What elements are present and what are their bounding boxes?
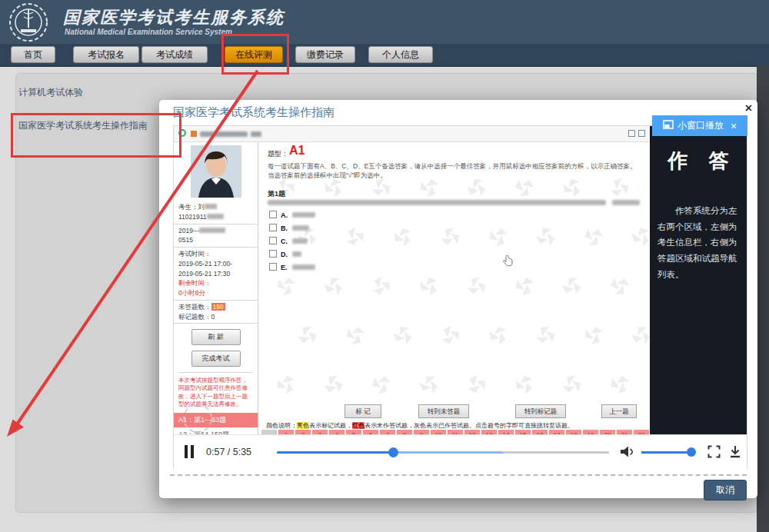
legend-part: 表示未作答试题，灰色表示已作答试题。点击题号的字即可直接跳转至该题。 — [365, 422, 574, 429]
app-subtitle: National Medical Examination Service Sys… — [65, 28, 232, 36]
fullscreen-icon[interactable] — [707, 445, 721, 461]
app-header: 国家医学考试考生服务系统 National Medical Examinatio… — [0, 0, 769, 44]
candidate-photo — [191, 145, 241, 198]
option-checkbox[interactable] — [269, 263, 277, 271]
volume-icon[interactable] — [620, 445, 634, 461]
session-block: 2019— 0515 — [174, 224, 258, 248]
progress-knob[interactable] — [388, 447, 398, 457]
option-letter: E. — [281, 264, 288, 271]
browser-bar-icons — [628, 130, 645, 137]
option-checkbox[interactable] — [269, 250, 277, 258]
option-letter: A. — [281, 211, 288, 219]
answer-option-C[interactable]: C. — [269, 237, 308, 245]
exam-warning-text: 本次考试按题型顺序作答，同题型内试题可任意作答修改，进入下一题型后上一题型的试题… — [178, 372, 253, 408]
option-text-blurred — [292, 225, 309, 231]
pip-close-icon[interactable]: × — [731, 120, 737, 132]
option-checkbox[interactable] — [269, 211, 277, 218]
modal-close-icon[interactable]: × — [745, 101, 752, 115]
volume-knob[interactable] — [687, 447, 696, 457]
question-nav-button[interactable]: 上一题 — [601, 404, 637, 418]
volume-slider[interactable] — [641, 451, 695, 454]
candidate-name-block: 考生：刘 11021911 — [174, 201, 258, 224]
question-type-value: A1 — [289, 144, 305, 158]
question-instruction: 每一道试题下面有A、B、C、D、E五个备选答案，请从中选择一个最佳答案，并用鼠标… — [268, 161, 641, 181]
sidebar-item-computer-exam-experience[interactable]: 计算机考试体验 — [18, 86, 83, 99]
app-title: 国家医学考试考生服务系统 — [63, 6, 285, 29]
unanswered-count: 150 — [211, 303, 225, 311]
option-checkbox[interactable] — [269, 237, 277, 244]
page: 国家医学考试考生服务系统 National Medical Examinatio… — [0, 0, 769, 532]
panel-title: 作 答 — [650, 148, 747, 175]
nav-tab-item[interactable]: 缴费记录 — [295, 46, 355, 63]
pip-window-icon — [663, 120, 674, 131]
download-icon[interactable] — [729, 445, 741, 461]
question-nav-button[interactable]: 标 记 — [345, 404, 381, 418]
marked-count: 0 — [211, 313, 215, 321]
option-letter: D. — [281, 251, 288, 258]
finish-exam-button[interactable]: 完成考试 — [191, 351, 241, 367]
tab-title-blurred — [200, 131, 248, 137]
question-area: 题型： A1 每一道试题下面有A、B、C、D、E五个备选答案，请从中选择一个最佳… — [258, 141, 650, 434]
option-letter: B. — [281, 224, 288, 232]
right-dark-strip — [757, 65, 769, 532]
volume-fill — [641, 451, 691, 454]
progress-bar[interactable] — [277, 451, 609, 454]
legend-part: 黄色 — [297, 422, 309, 429]
nav-tab-item[interactable]: 首页 — [11, 46, 55, 63]
pip-playback-button[interactable]: 小窗口播放 × — [652, 115, 747, 136]
question-text-blurred — [268, 200, 606, 205]
legend-part: 颜色说明： — [266, 422, 297, 429]
tab-title-blurred — [251, 131, 261, 137]
window-icon — [628, 130, 635, 137]
option-checkbox[interactable] — [269, 224, 277, 231]
tab-favicon-icon — [191, 131, 197, 137]
option-text-blurred — [292, 251, 301, 257]
answer-option-D[interactable]: D. — [269, 250, 301, 258]
question-text-blurred — [612, 200, 640, 205]
color-legend: 颜色说明：黄色表示标记试题，红色表示未作答试题，灰色表示已作答试题。点击题号的字… — [266, 421, 574, 430]
annotation-box-guide-link — [11, 113, 181, 158]
nav-tab-item[interactable]: 个人信息 — [368, 46, 433, 63]
video-player[interactable]: ◥◥◥◥◥◥◥◥◥◥◥◥◥◥◥◥◥◥◥◥◥◥◥◥◥◥◥◥◥◥◥◥◥◥◥◥◥◥◥◥… — [173, 125, 747, 469]
cancel-button[interactable]: 取消 — [704, 480, 747, 500]
answer-option-A[interactable]: A. — [269, 211, 315, 219]
pause-button[interactable] — [185, 445, 195, 458]
player-controls: 0:57 / 5:35 — [174, 434, 747, 469]
pip-label: 小窗口播放 — [677, 119, 724, 132]
window-icon — [638, 130, 645, 137]
refresh-button[interactable]: 刷 新 — [191, 329, 241, 345]
question-nav-button[interactable]: 转到标记题 — [515, 404, 566, 418]
legend-part: 红色 — [352, 422, 365, 429]
video-side-panel: 作 答 作答系统分为左右两个区域，左侧为考生信息栏，右侧为答题区域和试题导航列表… — [650, 126, 747, 434]
candidate-info-column: 考生：刘 11021911 2019— 0515 考试时间： 2019-05-2… — [174, 141, 258, 434]
option-text-blurred — [292, 264, 315, 270]
answer-option-E[interactable]: E. — [269, 263, 315, 271]
modal-title: 国家医学考试系统考生操作指南 — [173, 105, 335, 120]
exam-time-block: 考试时间： 2019-05-21 17:00- 2019-05-21 17:30… — [174, 248, 258, 301]
question-type-label: 题型： — [268, 149, 288, 159]
question-nav-button[interactable]: 转到未答题 — [418, 404, 469, 418]
exam-demo-frame: ◥◥◥◥◥◥◥◥◥◥◥◥◥◥◥◥◥◥◥◥◥◥◥◥◥◥◥◥◥◥◥◥◥◥◥◥◥◥◥◥… — [174, 126, 650, 434]
legend-part: 表示标记试题， — [309, 422, 352, 429]
played-bar — [277, 451, 393, 454]
annotation-box-online-test-tab — [221, 34, 289, 75]
modal-divider — [170, 474, 747, 476]
counters-block: 未答题数：150 标记题数：0 — [174, 301, 258, 324]
panel-body-text: 作答系统分为左右两个区域，左侧为考生信息栏，右侧为答题区域和试题导航列表。 — [657, 203, 739, 282]
main-nav: 首页考试报名考试成绩在线评测缴费记录个人信息 — [0, 44, 769, 67]
question-number: 第1题 — [268, 189, 285, 199]
watermark-emblem — [183, 404, 212, 433]
exam-browser-bar — [174, 126, 650, 142]
option-text-blurred — [292, 238, 308, 244]
option-text-blurred — [292, 212, 315, 218]
time-display: 0:57 / 5:35 — [206, 447, 251, 457]
option-letter: C. — [281, 238, 288, 245]
nmec-logo-icon — [8, 2, 49, 46]
hand-cursor-icon — [503, 255, 513, 270]
nav-tab-item[interactable]: 考试报名 — [73, 46, 139, 63]
answer-option-B[interactable]: B. — [269, 224, 309, 232]
guide-modal: 国家医学考试系统考生操作指南 × 小窗口播放 × ◥◥◥◥◥◥◥◥◥◥◥◥◥◥◥… — [159, 100, 757, 498]
nav-tab-item[interactable]: 考试成绩 — [141, 46, 208, 63]
